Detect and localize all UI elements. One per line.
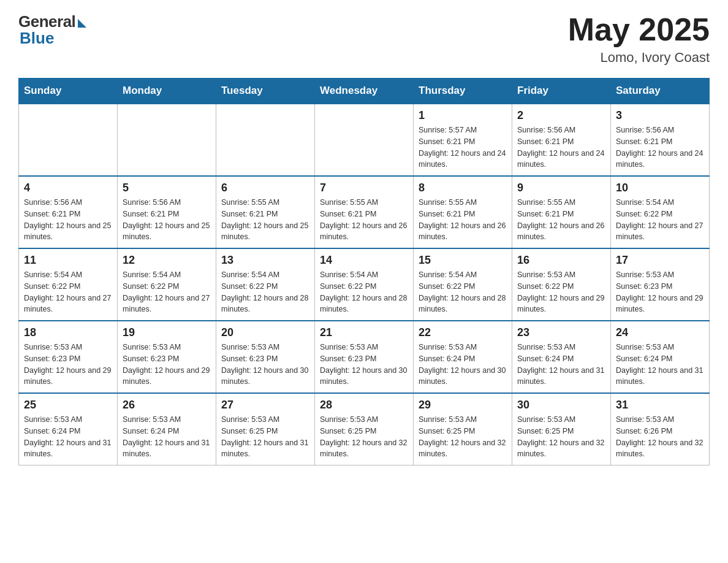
day-number: 2 xyxy=(517,109,605,122)
day-number: 25 xyxy=(24,399,112,412)
day-info: Sunrise: 5:53 AMSunset: 6:24 PMDaylight:… xyxy=(517,342,605,388)
day-info: Sunrise: 5:57 AMSunset: 6:21 PMDaylight:… xyxy=(419,124,507,170)
weekday-header: Sunday xyxy=(19,79,118,104)
calendar-cell: 23Sunrise: 5:53 AMSunset: 6:24 PMDayligh… xyxy=(512,321,611,393)
day-number: 12 xyxy=(123,254,211,267)
calendar-table: SundayMondayTuesdayWednesdayThursdayFrid… xyxy=(18,78,710,465)
day-number: 27 xyxy=(221,399,309,412)
day-info: Sunrise: 5:56 AMSunset: 6:21 PMDaylight:… xyxy=(123,197,211,243)
day-info: Sunrise: 5:53 AMSunset: 6:23 PMDaylight:… xyxy=(616,269,704,315)
day-info: Sunrise: 5:53 AMSunset: 6:23 PMDaylight:… xyxy=(221,342,309,388)
calendar-cell: 16Sunrise: 5:53 AMSunset: 6:22 PMDayligh… xyxy=(512,248,611,321)
calendar-cell: 8Sunrise: 5:55 AMSunset: 6:21 PMDaylight… xyxy=(414,176,512,248)
calendar-cell: 29Sunrise: 5:53 AMSunset: 6:25 PMDayligh… xyxy=(414,393,512,465)
weekday-header: Tuesday xyxy=(216,79,315,104)
calendar-cell xyxy=(118,104,216,176)
day-info: Sunrise: 5:55 AMSunset: 6:21 PMDaylight:… xyxy=(517,197,605,243)
week-row: 25Sunrise: 5:53 AMSunset: 6:24 PMDayligh… xyxy=(19,393,710,465)
calendar-cell: 3Sunrise: 5:56 AMSunset: 6:21 PMDaylight… xyxy=(611,104,710,176)
calendar-cell: 12Sunrise: 5:54 AMSunset: 6:22 PMDayligh… xyxy=(118,248,216,321)
logo-blue-text: Blue xyxy=(18,29,54,48)
calendar-cell: 28Sunrise: 5:53 AMSunset: 6:25 PMDayligh… xyxy=(315,393,414,465)
day-number: 13 xyxy=(221,254,309,267)
day-number: 24 xyxy=(616,326,704,339)
day-number: 21 xyxy=(320,326,408,339)
day-number: 3 xyxy=(616,109,704,122)
day-info: Sunrise: 5:53 AMSunset: 6:25 PMDaylight:… xyxy=(419,414,507,460)
day-number: 29 xyxy=(419,399,507,412)
calendar-cell: 22Sunrise: 5:53 AMSunset: 6:24 PMDayligh… xyxy=(414,321,512,393)
logo: General Blue xyxy=(18,12,86,48)
calendar-cell: 25Sunrise: 5:53 AMSunset: 6:24 PMDayligh… xyxy=(19,393,118,465)
title-section: May 2025 Lomo, Ivory Coast xyxy=(568,12,710,66)
day-number: 26 xyxy=(123,399,211,412)
day-number: 30 xyxy=(517,399,605,412)
day-number: 19 xyxy=(123,326,211,339)
week-row: 18Sunrise: 5:53 AMSunset: 6:23 PMDayligh… xyxy=(19,321,710,393)
day-number: 16 xyxy=(517,254,605,267)
day-number: 20 xyxy=(221,326,309,339)
day-info: Sunrise: 5:53 AMSunset: 6:25 PMDaylight:… xyxy=(517,414,605,460)
calendar-cell: 10Sunrise: 5:54 AMSunset: 6:22 PMDayligh… xyxy=(611,176,710,248)
day-number: 10 xyxy=(616,182,704,194)
week-row: 1Sunrise: 5:57 AMSunset: 6:21 PMDaylight… xyxy=(19,104,710,176)
calendar-cell: 11Sunrise: 5:54 AMSunset: 6:22 PMDayligh… xyxy=(19,248,118,321)
day-number: 1 xyxy=(419,109,507,122)
day-info: Sunrise: 5:53 AMSunset: 6:22 PMDaylight:… xyxy=(517,269,605,315)
day-info: Sunrise: 5:55 AMSunset: 6:21 PMDaylight:… xyxy=(419,197,507,243)
weekday-header: Wednesday xyxy=(315,79,414,104)
day-info: Sunrise: 5:53 AMSunset: 6:24 PMDaylight:… xyxy=(419,342,507,388)
day-number: 28 xyxy=(320,399,408,412)
calendar-cell: 14Sunrise: 5:54 AMSunset: 6:22 PMDayligh… xyxy=(315,248,414,321)
calendar-cell: 4Sunrise: 5:56 AMSunset: 6:21 PMDaylight… xyxy=(19,176,118,248)
calendar-cell: 17Sunrise: 5:53 AMSunset: 6:23 PMDayligh… xyxy=(611,248,710,321)
calendar-cell: 21Sunrise: 5:53 AMSunset: 6:23 PMDayligh… xyxy=(315,321,414,393)
day-info: Sunrise: 5:54 AMSunset: 6:22 PMDaylight:… xyxy=(419,269,507,315)
calendar-cell: 27Sunrise: 5:53 AMSunset: 6:25 PMDayligh… xyxy=(216,393,315,465)
calendar-cell: 19Sunrise: 5:53 AMSunset: 6:23 PMDayligh… xyxy=(118,321,216,393)
calendar-cell: 18Sunrise: 5:53 AMSunset: 6:23 PMDayligh… xyxy=(19,321,118,393)
weekday-header: Friday xyxy=(512,79,611,104)
day-info: Sunrise: 5:53 AMSunset: 6:23 PMDaylight:… xyxy=(123,342,211,388)
calendar-cell: 6Sunrise: 5:55 AMSunset: 6:21 PMDaylight… xyxy=(216,176,315,248)
calendar-cell: 13Sunrise: 5:54 AMSunset: 6:22 PMDayligh… xyxy=(216,248,315,321)
weekday-header: Saturday xyxy=(611,79,710,104)
calendar-cell: 9Sunrise: 5:55 AMSunset: 6:21 PMDaylight… xyxy=(512,176,611,248)
day-number: 4 xyxy=(24,182,112,194)
day-info: Sunrise: 5:54 AMSunset: 6:22 PMDaylight:… xyxy=(320,269,408,315)
day-info: Sunrise: 5:53 AMSunset: 6:25 PMDaylight:… xyxy=(320,414,408,460)
day-info: Sunrise: 5:53 AMSunset: 6:26 PMDaylight:… xyxy=(616,414,704,460)
calendar-cell: 31Sunrise: 5:53 AMSunset: 6:26 PMDayligh… xyxy=(611,393,710,465)
day-info: Sunrise: 5:53 AMSunset: 6:23 PMDaylight:… xyxy=(320,342,408,388)
day-number: 23 xyxy=(517,326,605,339)
page-header: General Blue May 2025 Lomo, Ivory Coast xyxy=(18,12,710,66)
day-number: 31 xyxy=(616,399,704,412)
day-number: 9 xyxy=(517,182,605,194)
day-info: Sunrise: 5:54 AMSunset: 6:22 PMDaylight:… xyxy=(24,269,112,315)
day-number: 8 xyxy=(419,182,507,194)
day-info: Sunrise: 5:55 AMSunset: 6:21 PMDaylight:… xyxy=(320,197,408,243)
day-number: 17 xyxy=(616,254,704,267)
calendar-cell: 1Sunrise: 5:57 AMSunset: 6:21 PMDaylight… xyxy=(414,104,512,176)
day-info: Sunrise: 5:53 AMSunset: 6:24 PMDaylight:… xyxy=(616,342,704,388)
calendar-cell: 30Sunrise: 5:53 AMSunset: 6:25 PMDayligh… xyxy=(512,393,611,465)
day-number: 7 xyxy=(320,182,408,194)
day-info: Sunrise: 5:53 AMSunset: 6:25 PMDaylight:… xyxy=(221,414,309,460)
day-info: Sunrise: 5:54 AMSunset: 6:22 PMDaylight:… xyxy=(616,197,704,243)
day-info: Sunrise: 5:56 AMSunset: 6:21 PMDaylight:… xyxy=(517,124,605,170)
week-row: 11Sunrise: 5:54 AMSunset: 6:22 PMDayligh… xyxy=(19,248,710,321)
day-number: 18 xyxy=(24,326,112,339)
logo-arrow-icon xyxy=(78,19,86,28)
calendar-cell: 15Sunrise: 5:54 AMSunset: 6:22 PMDayligh… xyxy=(414,248,512,321)
day-info: Sunrise: 5:54 AMSunset: 6:22 PMDaylight:… xyxy=(221,269,309,315)
day-info: Sunrise: 5:53 AMSunset: 6:23 PMDaylight:… xyxy=(24,342,112,388)
weekday-header: Monday xyxy=(118,79,216,104)
calendar-cell xyxy=(19,104,118,176)
calendar-cell: 7Sunrise: 5:55 AMSunset: 6:21 PMDaylight… xyxy=(315,176,414,248)
day-info: Sunrise: 5:55 AMSunset: 6:21 PMDaylight:… xyxy=(221,197,309,243)
day-number: 5 xyxy=(123,182,211,194)
calendar-cell: 24Sunrise: 5:53 AMSunset: 6:24 PMDayligh… xyxy=(611,321,710,393)
day-number: 15 xyxy=(419,254,507,267)
calendar-cell: 5Sunrise: 5:56 AMSunset: 6:21 PMDaylight… xyxy=(118,176,216,248)
calendar-cell: 2Sunrise: 5:56 AMSunset: 6:21 PMDaylight… xyxy=(512,104,611,176)
